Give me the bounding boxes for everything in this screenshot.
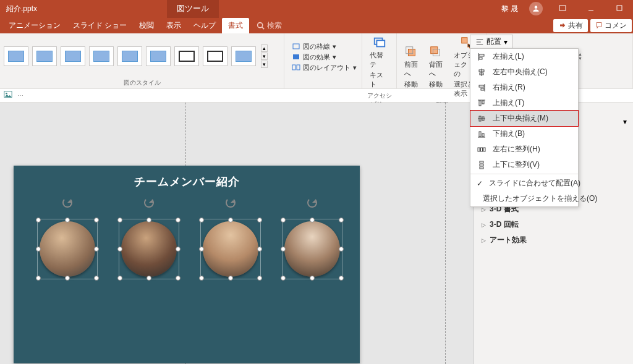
svg-rect-15: [431, 47, 438, 54]
group-accessibility: 代替テキスト アクセシビリ…: [362, 33, 397, 88]
selected-picture[interactable]: [278, 215, 346, 283]
svg-rect-30: [479, 85, 484, 87]
align-icon: [475, 38, 484, 46]
menu-align-top[interactable]: 上揃え(T): [470, 95, 578, 111]
selected-picture[interactable]: [115, 215, 183, 283]
selected-picture[interactable]: [33, 215, 101, 283]
picture-layout-button[interactable]: 図のレイアウト ▾: [291, 62, 358, 73]
svg-rect-34: [482, 101, 484, 104]
align-menu: 左揃え(L) 左右中央揃え(C) 右揃え(R) 上揃え(T) 上下中央揃え(M)…: [470, 48, 579, 207]
tab-view[interactable]: 表示: [160, 18, 187, 33]
menu-align-bottom[interactable]: 下揃え(B): [470, 126, 578, 142]
alt-text-button[interactable]: 代替テキスト: [366, 35, 393, 90]
gallery-down-button[interactable]: ▾: [261, 53, 268, 60]
distribute-h-icon: [477, 145, 486, 154]
menu-distribute-v[interactable]: 上下に整列(V): [470, 157, 578, 172]
rotate-handle[interactable]: [226, 198, 236, 208]
menu-align-to-slide[interactable]: ✓スライドに合わせて配置(A): [470, 176, 578, 191]
file-name: 紹介.pptx: [0, 4, 43, 14]
rotate-handle[interactable]: [62, 198, 72, 208]
format-item-3d-rotation[interactable]: ▷3-D 回転: [474, 217, 633, 232]
align-right-icon: [477, 83, 486, 93]
align-middle-icon: [477, 114, 486, 124]
send-backward-icon: [429, 45, 443, 59]
distribute-v-icon: [477, 160, 486, 170]
menu-align-right[interactable]: 右揃え(R): [470, 80, 578, 95]
picture-style-thumb[interactable]: [61, 46, 85, 66]
svg-point-4: [258, 22, 263, 27]
svg-rect-25: [479, 57, 482, 59]
svg-rect-46: [480, 167, 483, 169]
ribbon-tabs: アニメーション スライド ショー 校閲 表示 ヘルプ 書式 検索 共有 コメン: [0, 17, 633, 33]
menu-align-left[interactable]: 左揃え(L): [470, 49, 578, 64]
user-avatar-icon[interactable]: [529, 2, 543, 15]
tab-review[interactable]: 校閲: [133, 18, 160, 33]
alt-text-icon: [373, 36, 386, 49]
align-top-icon: [477, 98, 486, 108]
spinner-buttons[interactable]: ▲▼: [578, 52, 582, 61]
svg-rect-10: [297, 65, 300, 70]
picture-style-thumb[interactable]: [89, 46, 114, 66]
slide-title[interactable]: チームメンバー紹介: [14, 166, 360, 189]
svg-rect-44: [480, 161, 483, 163]
align-left-icon: [477, 52, 486, 62]
svg-rect-24: [479, 54, 484, 56]
picture-style-thumb[interactable]: [231, 46, 256, 66]
picture-style-thumb[interactable]: [146, 46, 171, 66]
picture-style-thumb[interactable]: [4, 46, 28, 66]
format-item-artistic[interactable]: ▷アート効果: [474, 232, 633, 248]
menu-align-selected[interactable]: 選択したオブジェクトを揃える(O): [470, 191, 578, 206]
minimize-button[interactable]: [582, 4, 600, 14]
svg-rect-40: [482, 133, 484, 137]
slide-canvas[interactable]: チームメンバー紹介: [0, 103, 474, 364]
title-bar: 紹介.pptx 図ツール 黎 晟: [0, 0, 633, 17]
send-backward-button[interactable]: 背面へ移動: [425, 44, 446, 90]
rotate-handle[interactable]: [307, 198, 317, 208]
menu-align-center-h[interactable]: 左右中央揃え(C): [470, 64, 578, 80]
overflow-button[interactable]: ⋯: [17, 92, 23, 99]
ribbon-display-button[interactable]: [554, 4, 571, 14]
user-name: 黎 晟: [501, 4, 518, 14]
selected-picture[interactable]: [197, 215, 265, 283]
collapse-pane-button[interactable]: ▾: [623, 117, 627, 126]
align-bottom-icon: [477, 129, 486, 139]
svg-rect-31: [481, 88, 484, 90]
svg-rect-3: [617, 6, 622, 11]
svg-rect-43: [483, 148, 485, 151]
svg-rect-41: [478, 148, 480, 151]
svg-rect-6: [596, 23, 601, 27]
group-picture-style-options: 図の枠線 ▾ 図の効果 ▾ 図のレイアウト ▾: [284, 33, 362, 88]
tab-format[interactable]: 書式: [222, 18, 249, 33]
reset-picture-button[interactable]: [4, 90, 12, 101]
share-button[interactable]: 共有: [553, 19, 587, 32]
comment-button[interactable]: コメン: [590, 19, 632, 32]
share-icon: [558, 22, 566, 29]
align-dropdown-button[interactable]: 配置 ▾: [470, 35, 513, 49]
slide[interactable]: チームメンバー紹介: [14, 166, 360, 363]
menu-align-middle[interactable]: 上下中央揃え(M): [470, 110, 579, 127]
picture-style-thumb[interactable]: [32, 46, 57, 66]
menu-distribute-h[interactable]: 左右に整列(H): [470, 142, 578, 157]
gallery-up-button[interactable]: ▴: [261, 44, 268, 52]
tab-animation[interactable]: アニメーション: [2, 18, 67, 33]
picture-effects-button[interactable]: 図の効果 ▾: [291, 52, 358, 62]
svg-rect-9: [292, 65, 295, 70]
svg-rect-39: [479, 132, 481, 137]
search-box[interactable]: 検索: [257, 20, 282, 31]
rotate-handle[interactable]: [144, 198, 154, 208]
svg-rect-13: [408, 49, 415, 56]
picture-style-thumb[interactable]: [174, 46, 199, 66]
svg-rect-7: [293, 44, 299, 49]
picture-style-thumb[interactable]: [117, 46, 142, 66]
picture-style-thumb[interactable]: [203, 46, 227, 66]
bring-forward-button[interactable]: 前面へ移動: [401, 44, 422, 90]
svg-point-0: [535, 6, 538, 9]
tab-slideshow[interactable]: スライド ショー: [67, 18, 133, 33]
svg-rect-33: [479, 101, 481, 106]
gallery-more-button[interactable]: ▾: [261, 61, 268, 68]
bring-forward-icon: [404, 45, 418, 59]
tab-help[interactable]: ヘルプ: [187, 18, 222, 33]
maximize-button[interactable]: [611, 4, 628, 14]
picture-border-button[interactable]: 図の枠線 ▾: [291, 41, 358, 52]
border-icon: [292, 42, 300, 51]
